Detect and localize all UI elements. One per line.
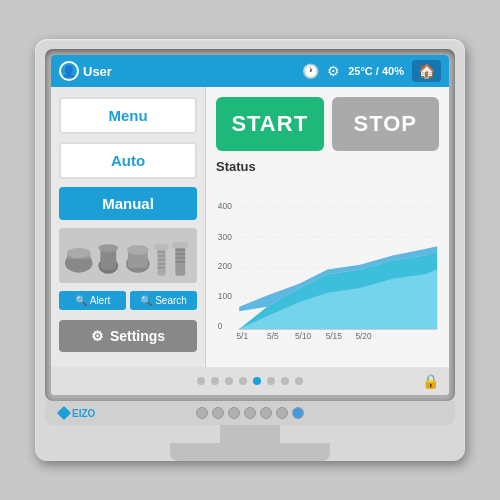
dot-3[interactable] [225,377,233,385]
svg-text:200: 200 [218,262,232,272]
start-button[interactable]: START [216,97,324,151]
svg-text:0: 0 [218,321,223,331]
bezel-button-6[interactable] [276,407,288,419]
status-label: Status [216,159,439,174]
bezel-power-button[interactable] [292,407,304,419]
user-icon: 👤 [59,61,79,81]
bezel-button-1[interactable] [196,407,208,419]
lock-icon[interactable]: 🔒 [422,373,439,389]
dot-1[interactable] [197,377,205,385]
pagination-bar: 🔒 [51,367,449,395]
monitor-stand-base [170,443,330,461]
svg-text:5/5: 5/5 [267,331,279,341]
svg-text:5/15: 5/15 [326,331,343,341]
settings-button[interactable]: ⚙ Settings [59,320,197,352]
bezel-button-5[interactable] [260,407,272,419]
header-bar: 👤 User 🕐 ⚙ 25°C / 40% 🏠 [51,55,449,87]
search-button[interactable]: 🔍 Search [130,291,197,310]
stop-button[interactable]: STOP [332,97,440,151]
search-label: Search [155,295,187,306]
alert-button[interactable]: 🔍 Alert [59,291,126,310]
manual-button[interactable]: Manual [59,187,197,220]
bezel-button-4[interactable] [244,407,256,419]
left-panel: Menu Auto Manual [51,87,206,367]
svg-point-3 [67,248,91,258]
clock-icon: 🕐 [302,63,319,79]
svg-rect-22 [172,242,188,248]
control-buttons: START STOP [216,97,439,151]
filter-icon: ⚙ [327,63,340,79]
screen-bezel: 👤 User 🕐 ⚙ 25°C / 40% 🏠 Menu Auto Manual [45,49,455,401]
alert-label: Alert [90,295,111,306]
chart-area: 400 300 200 100 0 [216,182,439,357]
header-controls: 🕐 ⚙ 25°C / 40% 🏠 [302,60,441,82]
svg-text:300: 300 [218,232,232,242]
dot-6[interactable] [267,377,275,385]
brand-logo: EIZO [59,408,95,419]
bottom-bezel: EIZO [45,401,455,425]
dot-2[interactable] [211,377,219,385]
right-panel: START STOP Status 400 300 200 100 0 [206,87,449,367]
auto-button[interactable]: Auto [59,142,197,179]
monitor: 👤 User 🕐 ⚙ 25°C / 40% 🏠 Menu Auto Manual [35,39,465,461]
gear-icon: ⚙ [91,328,104,344]
bezel-button-2[interactable] [212,407,224,419]
screen: 👤 User 🕐 ⚙ 25°C / 40% 🏠 Menu Auto Manual [51,55,449,395]
dot-8[interactable] [295,377,303,385]
settings-label: Settings [110,328,165,344]
small-buttons-row: 🔍 Alert 🔍 Search [59,291,197,310]
menu-button[interactable]: Menu [59,97,197,134]
dot-5-active[interactable] [253,377,261,385]
svg-text:100: 100 [218,291,232,301]
svg-text:400: 400 [218,201,232,211]
product-image [59,228,197,283]
main-content: Menu Auto Manual [51,87,449,367]
brand-diamond [57,406,71,420]
svg-text:5/20: 5/20 [355,331,372,341]
svg-text:5/10: 5/10 [295,331,312,341]
home-button[interactable]: 🏠 [412,60,441,82]
dot-4[interactable] [239,377,247,385]
svg-text:5/1: 5/1 [236,331,248,341]
temperature-display: 25°C / 40% [348,65,404,77]
user-label: User [83,64,112,79]
svg-rect-16 [155,244,169,250]
svg-point-6 [98,244,118,252]
bezel-button-3[interactable] [228,407,240,419]
monitor-stand-neck [220,425,280,443]
search-icon-search: 🔍 [140,295,152,306]
svg-point-9 [127,245,149,255]
user-info: 👤 User [59,61,296,81]
search-icon-alert: 🔍 [75,295,87,306]
dot-7[interactable] [281,377,289,385]
brand-name: EIZO [72,408,95,419]
